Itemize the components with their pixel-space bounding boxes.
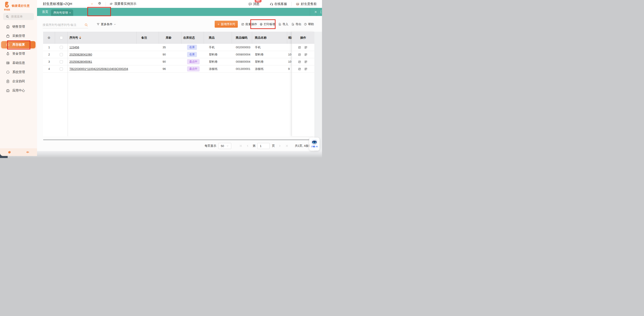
table-row: 1 123456 35 在库 手机 002000003 手机: [43, 44, 314, 51]
import-button[interactable]: 导入: [278, 22, 288, 26]
sidebar-item-funds[interactable]: 资金管理: [0, 49, 37, 58]
filter-funnel-icon: [96, 23, 100, 26]
help-label: 帮助: [308, 22, 314, 26]
user-menu[interactable]: 好生意售前: [296, 2, 316, 6]
sidebar-item-label: 采购管理: [12, 34, 25, 38]
edit-icon[interactable]: [298, 46, 301, 49]
row-checkbox[interactable]: [60, 46, 63, 49]
cell-age: 90: [162, 53, 166, 56]
more-grid-icon[interactable]: [304, 53, 308, 56]
serial-search-input[interactable]: [43, 23, 84, 27]
user-avatar: [296, 2, 300, 6]
more-grid-icon[interactable]: [304, 46, 308, 49]
row-index: 3: [48, 60, 50, 63]
sidebar-item-label: 企业协同: [12, 79, 25, 83]
more-grid-icon[interactable]: [304, 67, 308, 71]
serial-link[interactable]: 20250828041060: [70, 53, 92, 56]
sidebar-search[interactable]: [3, 13, 34, 20]
cell-age: 90: [162, 60, 166, 63]
horizontal-scrollbar[interactable]: [43, 139, 314, 140]
edit-icon[interactable]: [298, 53, 301, 56]
cell-spec: 10: [288, 53, 291, 56]
brand-name: 畅捷通好生意: [12, 4, 30, 8]
row-checkbox[interactable]: [60, 53, 63, 56]
messages-button[interactable]: 消息 99+: [248, 2, 259, 6]
plus-icon: [217, 23, 220, 26]
header-operations: 操作: [300, 36, 306, 40]
table-row: 3 20250828045061 90 盘点中 塑料卷 000800004 塑料…: [43, 58, 314, 65]
status-badge: 盘点中: [187, 66, 200, 72]
system-icon: [6, 70, 10, 74]
sidebar-item-label: 销售管理: [12, 25, 25, 29]
last-page-icon[interactable]: [285, 144, 288, 147]
help-button[interactable]: 帮助: [304, 22, 314, 26]
per-page-label: 每页显示: [204, 144, 216, 148]
online-support-button[interactable]: 在线客服: [270, 2, 287, 6]
batch-actions-button[interactable]: 批量操作: [241, 22, 257, 26]
serial-search-field[interactable]: [43, 22, 88, 28]
purchase-icon: [6, 34, 10, 38]
divider: [310, 8, 310, 16]
print-label-label: 打印标签: [264, 22, 276, 26]
settings-gear-icon[interactable]: [8, 150, 11, 154]
demo-link[interactable]: 我要看实例演示: [109, 2, 136, 6]
export-button[interactable]: 导出: [291, 22, 301, 26]
header-age: 库龄: [166, 36, 172, 40]
sidebar-menu: 销售管理 采购管理 库存核算: [0, 22, 37, 95]
sidebar-item-purchase[interactable]: 采购管理: [0, 31, 37, 41]
first-page-icon[interactable]: [239, 144, 242, 147]
operations-cell: [292, 44, 314, 51]
select-all-checkbox[interactable]: [60, 36, 63, 39]
ai-assistant-button[interactable]: 小畅 AI: [309, 138, 320, 151]
workspace-gear-icon[interactable]: ⚙: [98, 1, 101, 6]
serial-link[interactable]: 20250828045061: [70, 60, 92, 63]
edit-icon[interactable]: [298, 67, 301, 71]
collapse-sidebar-icon[interactable]: [25, 150, 30, 154]
sidebar-item-app-center[interactable]: 应用中心: [0, 86, 37, 95]
edit-icon[interactable]: [298, 60, 301, 63]
sidebar-item-sales[interactable]: 销售管理: [0, 22, 37, 31]
sidebar-item-inventory[interactable]: 库存核算: [1, 41, 36, 48]
fullscreen-icon[interactable]: [318, 8, 322, 16]
sidebar-footer: [0, 148, 37, 156]
cell-spec: 9: [288, 67, 290, 71]
more-grid-icon[interactable]: [304, 60, 308, 63]
brand-edition: 标准版: [4, 8, 10, 11]
column-settings-gear-icon[interactable]: ⚙: [48, 36, 50, 40]
sidebar-item-collaboration[interactable]: 企业协同: [0, 77, 37, 86]
per-page-select[interactable]: 50: [218, 143, 231, 149]
print-label-button[interactable]: 打印标签: [260, 22, 276, 26]
cell-product: 涂板纸: [209, 67, 218, 71]
more-filters-button[interactable]: 更多条件: [96, 22, 116, 26]
prev-page-icon[interactable]: [246, 144, 249, 147]
serial-link[interactable]: 123456: [70, 46, 79, 49]
tab-active-label: 序列号管理: [53, 11, 68, 15]
tab-home[interactable]: 首页: [42, 8, 48, 16]
brand-logo-icon: [4, 1, 10, 8]
row-checkbox[interactable]: [60, 60, 63, 63]
search-icon[interactable]: [84, 23, 88, 27]
sort-icon[interactable]: [79, 37, 81, 39]
sidebar-item-system[interactable]: 系统管理: [0, 67, 37, 77]
chevron-down-icon[interactable]: [90, 3, 94, 6]
topbar-right: 消息 99+ 在线客服 好生意售前: [248, 0, 316, 8]
row-checkbox[interactable]: [60, 67, 63, 71]
sidebar-search-input[interactable]: [11, 15, 30, 18]
basic-info-icon: [6, 61, 10, 65]
bottom-edge: [0, 151, 322, 158]
next-page-icon[interactable]: [278, 144, 281, 147]
add-serial-button[interactable]: 新增序列号: [215, 21, 238, 28]
demo-eye-icon: [109, 2, 113, 6]
status-badge: 在库: [187, 45, 197, 50]
tab-close-icon[interactable]: ×: [69, 12, 71, 14]
export-label: 导出: [296, 22, 301, 26]
page-number-input[interactable]: [257, 143, 270, 149]
tab-serial-management[interactable]: 序列号管理 ×: [51, 10, 73, 16]
per-page-value: 50: [221, 144, 224, 148]
serial-link[interactable]: TB22030001*110042202508210403C000204: [70, 67, 128, 71]
workspace-title[interactable]: 好生意标准版+ZQH: [43, 2, 72, 6]
fixed-columns-divider: [68, 44, 68, 136]
header-code: 商品编码: [236, 36, 248, 40]
sidebar-item-basic-info[interactable]: 基础信息: [0, 58, 37, 67]
question-circle-icon: [304, 23, 307, 26]
